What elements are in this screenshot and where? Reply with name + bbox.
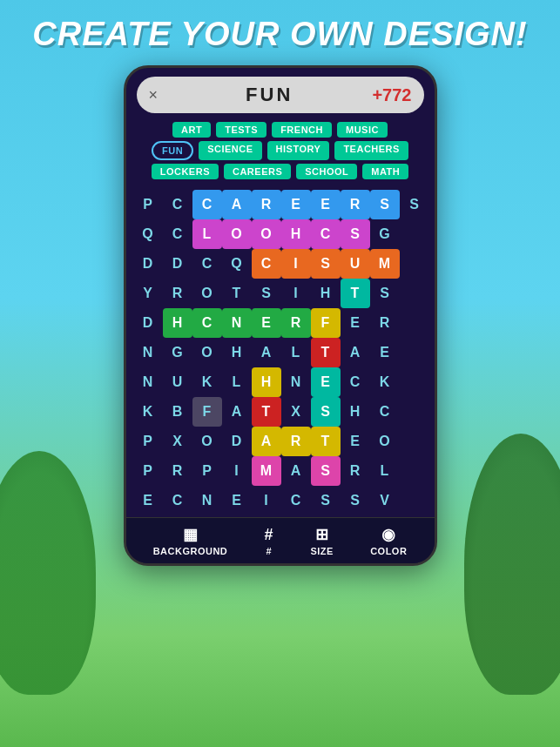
cell-3-5: I xyxy=(281,279,311,308)
cell-8-2: O xyxy=(192,427,222,456)
chip-teachers[interactable]: TEACHERS xyxy=(334,141,408,160)
chip-music[interactable]: MUSIC xyxy=(337,122,388,138)
close-icon[interactable]: × xyxy=(149,86,159,104)
cell-0-8: S xyxy=(370,190,400,219)
chips-area: ART TESTS FRENCH MUSIC FUN SCIENCE HISTO… xyxy=(126,120,435,186)
chip-fun[interactable]: FUN xyxy=(152,141,193,160)
cell-5-4: A xyxy=(252,338,281,367)
cell-0-4: R xyxy=(252,190,281,219)
cell-6-9 xyxy=(400,367,429,397)
cell-5-7: A xyxy=(341,338,370,367)
cell-6-4: H xyxy=(252,367,281,397)
cell-10-6: S xyxy=(311,486,341,515)
cell-2-3: Q xyxy=(222,249,252,279)
cell-6-7: C xyxy=(341,367,370,397)
cell-7-9 xyxy=(400,397,429,427)
cell-10-9 xyxy=(400,486,429,515)
cell-10-4: I xyxy=(252,486,281,515)
cell-8-7: E xyxy=(341,427,370,456)
cell-3-1: R xyxy=(163,279,192,308)
cell-1-6: C xyxy=(311,219,341,249)
cell-6-8: K xyxy=(370,367,400,397)
cell-0-1: C xyxy=(163,190,192,219)
cell-1-0: Q xyxy=(133,219,163,249)
cell-3-7: T xyxy=(341,279,370,308)
color-icon: ◉ xyxy=(381,525,396,544)
cell-8-3: D xyxy=(222,427,252,456)
cell-2-1: D xyxy=(163,249,192,279)
search-bar: × FUN +772 xyxy=(137,77,424,113)
cell-0-9: S xyxy=(400,190,429,219)
chip-math[interactable]: MATH xyxy=(362,164,408,179)
cell-9-0: P xyxy=(133,456,163,486)
cell-6-2: K xyxy=(192,367,222,397)
cell-0-7: R xyxy=(341,190,370,219)
cell-7-1: B xyxy=(163,397,192,427)
cell-2-4: C xyxy=(252,249,281,279)
chip-careers[interactable]: CAREERS xyxy=(224,164,291,179)
chips-row-3: LOCKERS CAREERS SCHOOL MATH xyxy=(135,164,426,179)
toolbar-hash-label: # xyxy=(267,546,273,556)
phone-frame: × FUN +772 ART TESTS FRENCH MUSIC FUN SC… xyxy=(124,65,437,566)
cell-10-8: V xyxy=(370,486,400,515)
cell-0-0: P xyxy=(133,190,163,219)
cell-5-3: H xyxy=(222,338,252,367)
cell-6-0: N xyxy=(133,367,163,397)
cell-0-6: E xyxy=(311,190,341,219)
cell-7-0: K xyxy=(133,397,163,427)
chip-tests[interactable]: TESTS xyxy=(216,122,267,138)
header: CREATE YOUR OWN DESIGN! xyxy=(0,0,560,65)
cell-8-6: T xyxy=(311,427,341,456)
cell-10-2: N xyxy=(192,486,222,515)
chip-history[interactable]: HISTORY xyxy=(267,141,330,160)
cell-7-6: S xyxy=(311,397,341,427)
cell-6-6: E xyxy=(311,367,341,397)
cell-6-1: U xyxy=(163,367,192,397)
toolbar-size[interactable]: ⊞ SIZE xyxy=(310,525,333,556)
word-grid: P C C A R E E R S S Q C L O O H C S G D … xyxy=(126,186,435,517)
cell-7-2: F xyxy=(192,397,222,427)
cell-8-4: A xyxy=(252,427,281,456)
cell-1-1: C xyxy=(163,219,192,249)
chips-row-2: FUN SCIENCE HISTORY TEACHERS xyxy=(135,141,426,160)
cell-9-8: L xyxy=(370,456,400,486)
cell-8-5: R xyxy=(281,427,311,456)
cell-5-5: L xyxy=(281,338,311,367)
cell-4-4: E xyxy=(252,308,281,338)
chip-school[interactable]: SCHOOL xyxy=(296,164,357,179)
cell-3-4: S xyxy=(252,279,281,308)
cell-4-9 xyxy=(400,308,429,338)
bg-tree-right xyxy=(464,434,560,695)
cell-1-4: O xyxy=(252,219,281,249)
chip-french[interactable]: FRENCH xyxy=(272,122,332,138)
toolbar-background[interactable]: ▦ BACKGROUND xyxy=(153,525,228,556)
cell-3-9 xyxy=(400,279,429,308)
cell-7-8: C xyxy=(370,397,400,427)
toolbar-color[interactable]: ◉ COLOR xyxy=(370,525,407,556)
cell-1-7: S xyxy=(341,219,370,249)
cell-8-1: X xyxy=(163,427,192,456)
cell-5-6: T xyxy=(311,338,341,367)
size-icon: ⊞ xyxy=(315,525,329,544)
cell-10-1: C xyxy=(163,486,192,515)
cell-6-3: L xyxy=(222,367,252,397)
cell-8-0: P xyxy=(133,427,163,456)
cell-2-8: M xyxy=(370,249,400,279)
cell-5-1: G xyxy=(163,338,192,367)
toolbar-hash[interactable]: # # xyxy=(265,526,274,556)
cell-9-9 xyxy=(400,456,429,486)
cell-2-7: U xyxy=(341,249,370,279)
chip-science[interactable]: SCIENCE xyxy=(199,141,261,160)
cell-4-8: R xyxy=(370,308,400,338)
cell-3-0: Y xyxy=(133,279,163,308)
cell-7-3: A xyxy=(222,397,252,427)
cell-4-5: R xyxy=(281,308,311,338)
chip-art[interactable]: ART xyxy=(172,122,211,138)
cell-4-7: E xyxy=(341,308,370,338)
cell-10-3: E xyxy=(222,486,252,515)
chip-lockers[interactable]: LOCKERS xyxy=(152,164,219,179)
cell-9-6: S xyxy=(311,456,341,486)
cell-0-3: A xyxy=(222,190,252,219)
cell-9-5: A xyxy=(281,456,311,486)
cell-5-8: E xyxy=(370,338,400,367)
